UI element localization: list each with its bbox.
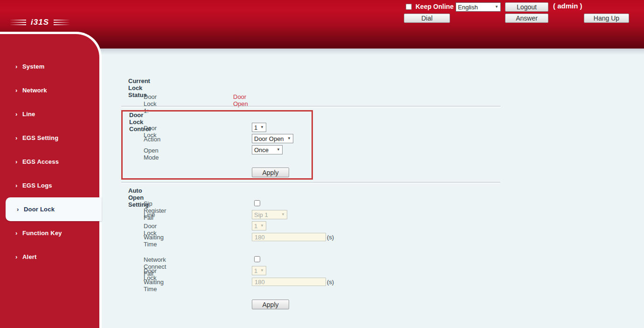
waiting-time2-input[interactable] [252,278,326,286]
brand-logo-text: i31S [31,18,49,27]
open-mode-select-value: Once [254,147,269,154]
auto-door-lock-select[interactable]: 1 ▼ [252,221,266,230]
sidebar-item-label: Alert [22,253,37,260]
line-select-value: Sip 1 [254,211,268,218]
chevron-right-icon: › [17,206,23,213]
chevron-right-icon: › [15,182,22,189]
sidebar-item-label: System [22,63,44,70]
sidebar-item-network[interactable]: › Network [0,78,99,102]
sidebar-item-label: Door Lock [24,206,55,213]
sidebar-nav: › System › Network › Line › EGS Setting … [0,32,102,328]
answer-button[interactable]: Answer [505,14,548,23]
apply-button-label: Apply [262,169,278,176]
sidebar-item-alert[interactable]: › Alert [0,245,99,269]
dial-button-label: Dial [421,14,432,22]
auto-door-lock-select-value: 1 [254,223,257,230]
section-divider [121,106,500,108]
sidebar-item-egs-setting[interactable]: › EGS Setting [0,126,99,150]
logo-lines-right-icon [54,20,69,25]
chevron-down-icon: ▼ [260,269,264,272]
door-lock-select-value: 1 [254,124,257,131]
chevron-down-icon: ▼ [287,137,291,140]
chevron-down-icon: ▼ [277,148,280,152]
sidebar-item-system[interactable]: › System [0,55,99,78]
dial-button[interactable]: Dial [404,14,450,23]
chevron-right-icon: › [15,111,22,118]
chevron-right-icon: › [15,134,22,141]
auto-open-setting-apply-button[interactable]: Apply [252,300,289,309]
logo-lines-left-icon [10,20,26,25]
sidebar-item-label: EGS Logs [22,182,52,189]
sidebar-item-label: EGS Setting [22,134,58,141]
open-mode-label: Open Mode [144,147,159,161]
language-select[interactable]: English ▼ [456,2,501,12]
logged-in-user-badge: ( admin ) [553,2,582,10]
action-label: Action [144,136,160,143]
sidebar-item-label: Line [22,111,35,118]
chevron-right-icon: › [15,158,22,165]
action-select-value: Door Open [254,135,284,142]
door-lock-1-status-value: Door Open [233,93,248,107]
chevron-down-icon: ▼ [260,126,264,129]
sidebar-item-label: Network [22,87,47,94]
sidebar-item-function-key[interactable]: › Function Key [0,221,99,245]
language-select-value: English [458,4,478,11]
line-select[interactable]: Sip 1 ▼ [252,210,287,219]
sip-register-fail-checkbox[interactable] [254,200,260,206]
keep-online-label: Keep Online [415,3,454,10]
door-lock-select[interactable]: 1 ▼ [252,123,266,132]
logout-button[interactable]: Logout [505,2,548,12]
logout-button-label: Logout [517,3,537,11]
chevron-right-icon: › [15,230,22,237]
chevron-down-icon: ▼ [495,5,499,9]
sidebar-item-line[interactable]: › Line [0,102,99,126]
chevron-right-icon: › [15,87,22,94]
line-label: Line [144,211,155,218]
sidebar-item-egs-access[interactable]: › EGS Access [0,150,99,174]
answer-button-label: Answer [516,14,538,22]
waiting-time2-label: Waiting Time [144,279,164,293]
network-connect-fail-checkbox[interactable] [254,256,260,262]
action-select[interactable]: Door Open ▼ [252,134,293,143]
chevron-down-icon: ▼ [260,224,264,228]
chevron-right-icon: › [15,253,22,260]
waiting-time2-seconds-suffix: (s) [327,279,334,286]
sidebar-item-label: Function Key [22,230,62,237]
brand-logo: i31S [10,18,69,27]
door-lock-control-apply-button[interactable]: Apply [252,167,289,177]
section-divider [121,182,500,184]
chevron-down-icon: ▼ [281,213,285,216]
auto-door-lock2-select[interactable]: 1 ▼ [252,266,266,275]
hangup-button-label: Hang Up [594,14,619,22]
waiting-time-input[interactable] [252,233,326,241]
waiting-time-seconds-suffix: (s) [327,234,334,241]
sidebar-item-door-lock[interactable]: › Door Lock [6,197,102,221]
sidebar-item-egs-logs[interactable]: › EGS Logs [0,174,99,197]
open-mode-select[interactable]: Once ▼ [252,145,283,154]
apply-button-label: Apply [262,301,278,308]
auto-door-lock2-select-value: 1 [254,267,257,274]
waiting-time-label: Waiting Time [144,234,164,248]
keep-online-checkbox[interactable] [406,4,412,10]
chevron-right-icon: › [15,63,22,70]
hangup-button[interactable]: Hang Up [584,14,629,23]
sidebar-item-label: EGS Access [22,158,59,165]
